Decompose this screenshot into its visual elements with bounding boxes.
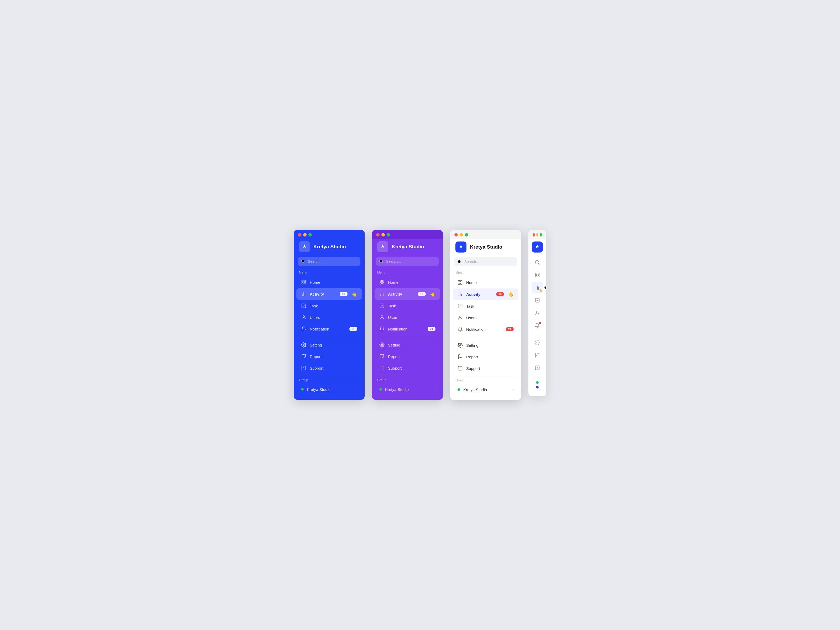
- search-input-purple[interactable]: [376, 257, 439, 266]
- search-icon-white: [457, 260, 461, 264]
- nav-notification-white[interactable]: Notification 21: [453, 324, 518, 335]
- svg-rect-18: [380, 280, 382, 282]
- activity-icon-blue: [301, 291, 306, 297]
- task-label-white: Task: [466, 304, 514, 308]
- setting-icon-white: [458, 343, 463, 348]
- svg-rect-53: [538, 276, 540, 277]
- activity-badge-white: 10: [496, 292, 504, 296]
- dot-green-purple[interactable]: [387, 233, 390, 237]
- report-svg-collapsed: [535, 352, 540, 358]
- activity-tooltip: Activity: [546, 284, 546, 291]
- nav-users-purple[interactable]: Users: [374, 312, 440, 323]
- home-label-purple: Home: [388, 280, 436, 284]
- nav-report-blue[interactable]: Report: [296, 351, 362, 362]
- search-wrap-blue[interactable]: [298, 257, 360, 266]
- nav-notification-purple[interactable]: Notification 21: [374, 324, 440, 335]
- nav-home-purple[interactable]: Home: [374, 277, 440, 288]
- window-bar-purple: [372, 230, 443, 239]
- home-icon-collapsed[interactable]: [532, 269, 543, 281]
- chevron-purple: ›: [434, 387, 436, 392]
- logo-icon-white: [455, 242, 466, 253]
- dot-yellow-white[interactable]: [459, 233, 463, 237]
- sidebar-blue: Kretya Studio Menu Home Activity 10 👆: [294, 230, 365, 400]
- setting-label-white: Setting: [466, 343, 514, 347]
- task-icon-white: [458, 303, 463, 309]
- nav-support-white[interactable]: Support: [453, 363, 518, 374]
- search-wrap-white[interactable]: [455, 257, 517, 266]
- group-item-blue[interactable]: Kretya Studio ›: [296, 384, 362, 394]
- nav-task-blue[interactable]: Task: [296, 300, 362, 311]
- nav-users-blue[interactable]: Users: [296, 312, 362, 323]
- cursor-white: 👆: [508, 291, 514, 297]
- setting-icon-collapsed[interactable]: [532, 337, 543, 348]
- nav-task-purple[interactable]: Task: [374, 300, 440, 311]
- nav-support-purple[interactable]: Support: [374, 363, 440, 374]
- activity-icon-collapsed[interactable]: Activity 👆: [532, 282, 543, 294]
- dot-yellow-icon[interactable]: [536, 233, 538, 237]
- dot-red-icon[interactable]: [533, 233, 535, 237]
- showcase-container: Kretya Studio Menu Home Activity 10 👆: [294, 230, 546, 400]
- logo-icon-collapsed: [532, 242, 543, 253]
- app-title-white: Kretya Studio: [470, 244, 502, 250]
- svg-rect-5: [304, 283, 306, 284]
- dot-green-white[interactable]: [465, 233, 468, 237]
- report-icon-white: [458, 354, 463, 359]
- home-icon-purple: [379, 279, 385, 285]
- nav-activity-purple[interactable]: Activity 10 👆: [374, 288, 440, 300]
- dot-red-white[interactable]: [455, 233, 458, 237]
- logo-svg-blue: [302, 243, 308, 250]
- svg-rect-52: [535, 276, 537, 277]
- nav-home-blue[interactable]: Home: [296, 277, 362, 288]
- nav-notification-blue[interactable]: Notification 21: [296, 324, 362, 335]
- search-input-white[interactable]: [455, 257, 517, 266]
- nav-home-white[interactable]: Home: [453, 277, 518, 288]
- nav-activity-blue[interactable]: Activity 10 👆: [296, 288, 362, 300]
- dot-yellow-blue[interactable]: [303, 233, 306, 237]
- nav-report-purple[interactable]: Report: [374, 351, 440, 362]
- svg-rect-36: [458, 283, 460, 284]
- nav-setting-white[interactable]: Setting: [453, 339, 518, 351]
- svg-rect-35: [461, 281, 462, 282]
- report-icon-collapsed[interactable]: [532, 349, 543, 361]
- menu-label-blue: Menu: [294, 271, 365, 276]
- group-item-white[interactable]: Kretya Studio ›: [453, 385, 518, 395]
- group-name-white: Kretya Studio: [463, 387, 509, 392]
- dot-yellow-purple[interactable]: [381, 233, 385, 237]
- sidebar-content-purple: Kretya Studio Menu Home Activity 10 👆: [372, 239, 443, 400]
- dot-red-purple[interactable]: [376, 233, 380, 237]
- users-icon-white: [458, 315, 463, 320]
- sidebar-icon: Activity 👆: [528, 230, 546, 396]
- search-wrap-purple[interactable]: [376, 257, 439, 266]
- window-bar-white: [450, 230, 521, 239]
- divider2-purple: [377, 376, 437, 376]
- notification-dot-collapsed: [539, 322, 541, 324]
- nav-setting-purple[interactable]: Setting: [374, 339, 440, 351]
- notification-icon-collapsed[interactable]: [532, 320, 543, 331]
- task-icon-collapsed[interactable]: [532, 295, 543, 306]
- task-icon-blue: [301, 303, 306, 308]
- group-dot-blue-collapsed: [536, 386, 538, 388]
- nav-report-white[interactable]: Report: [453, 351, 518, 362]
- nav-activity-white[interactable]: Activity 10 👆: [453, 289, 518, 300]
- nav-task-white[interactable]: Task: [453, 300, 518, 312]
- svg-point-58: [537, 311, 538, 313]
- divider-purple: [377, 337, 437, 337]
- search-icon-collapsed[interactable]: [532, 257, 543, 268]
- logo-svg-collapsed: [534, 244, 540, 250]
- dot-red-blue[interactable]: [298, 233, 302, 237]
- report-icon-purple: [379, 354, 385, 359]
- dot-green-blue[interactable]: [308, 233, 312, 237]
- nav-support-blue[interactable]: Support: [296, 363, 362, 374]
- support-label-purple: Support: [388, 366, 436, 370]
- nav-setting-blue[interactable]: Setting: [296, 339, 362, 351]
- nav-users-white[interactable]: Users: [453, 312, 518, 323]
- users-icon-collapsed[interactable]: [532, 307, 543, 319]
- group-item-purple[interactable]: Kretya Studio ›: [374, 384, 440, 394]
- cursor-purple: 👆: [430, 291, 436, 297]
- svg-point-42: [459, 316, 461, 317]
- notification-badge-white: 21: [506, 327, 514, 331]
- dot-green-icon[interactable]: [540, 233, 542, 237]
- search-input-blue[interactable]: [298, 257, 360, 266]
- svg-rect-20: [380, 283, 382, 284]
- support-icon-collapsed[interactable]: [532, 362, 543, 374]
